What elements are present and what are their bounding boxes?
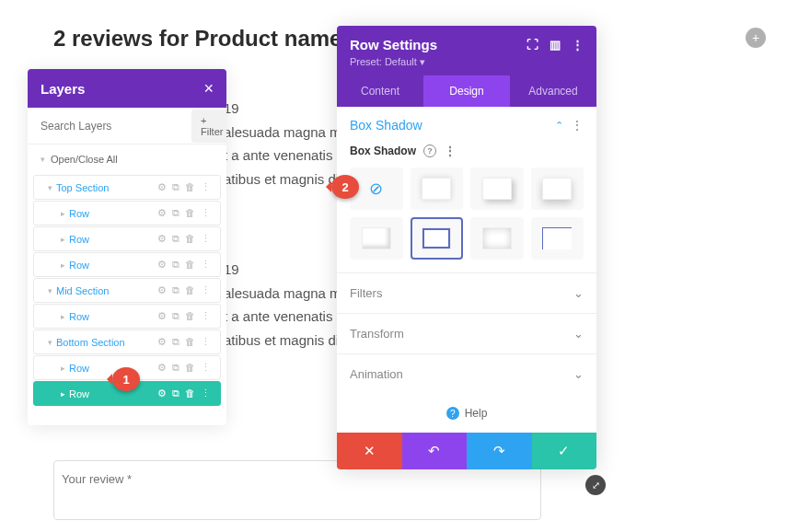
dots-icon[interactable]: ⋮ [572,38,584,52]
shadow-option-selected[interactable] [411,217,464,260]
add-button[interactable]: + [746,28,766,48]
transform-section[interactable]: Transform⌄ [337,313,596,353]
dots-icon[interactable]: ⋮ [201,181,211,193]
animation-section[interactable]: Animation⌄ [337,353,596,394]
trash-icon[interactable]: 🗑 [185,387,195,399]
dots-icon[interactable]: ⋮ [201,207,211,219]
row-label: Row [69,363,157,374]
trash-icon[interactable]: 🗑 [185,362,195,374]
trash-icon[interactable]: 🗑 [185,207,195,219]
duplicate-icon[interactable]: ⧉ [172,336,179,348]
transform-label: Transform [350,327,573,341]
duplicate-icon[interactable]: ⧉ [172,259,179,271]
layer-row[interactable]: ▸Row⚙⧉🗑⋮ [33,201,221,226]
help-row[interactable]: ? Help [337,394,596,433]
action-bar: ✕ ↶ ↷ ✓ [337,433,596,469]
bs-label-text: Box Shadow [350,145,416,157]
caret-icon: ▾ [43,286,56,295]
duplicate-icon[interactable]: ⧉ [172,207,179,219]
dots-icon[interactable]: ⋮ [444,144,457,158]
caret-icon: ▸ [56,312,69,321]
layer-row[interactable]: ▸Row⚙⧉🗑⋮ [33,252,221,277]
filter-button[interactable]: + Filter [191,110,226,143]
layers-title: Layers [40,81,203,97]
columns-icon[interactable]: ▥ [550,38,561,52]
expand-icon[interactable]: ⛶ [526,38,538,52]
section-top[interactable]: ▾Top Section⚙⧉🗑⋮ [33,175,221,200]
tab-design[interactable]: Design [423,75,510,107]
duplicate-icon[interactable]: ⧉ [172,310,179,322]
shadow-option[interactable] [350,217,403,260]
close-icon[interactable]: × [203,79,214,98]
review-input[interactable] [62,472,533,486]
layers-header: Layers × [28,69,226,108]
section-label: Mid Section [56,285,157,296]
dots-icon[interactable]: ⋮ [571,118,584,133]
dots-icon[interactable]: ⋮ [201,233,211,245]
dots-icon[interactable]: ⋮ [201,259,211,271]
resize-handle[interactable]: ⤢ [585,475,606,495]
duplicate-icon[interactable]: ⧉ [172,387,179,399]
caret-icon: ▸ [56,235,69,244]
shadow-option[interactable] [411,168,464,210]
help-icon[interactable]: ? [423,145,436,157]
save-button[interactable]: ✓ [532,433,597,469]
shadow-option[interactable] [470,217,524,260]
gear-icon[interactable]: ⚙ [157,387,167,399]
chevron-down-icon: ⌄ [573,367,584,381]
trash-icon[interactable]: 🗑 [185,284,195,296]
section-mid[interactable]: ▾Mid Section⚙⧉🗑⋮ [33,278,221,303]
layer-row[interactable]: ▸Row⚙⧉🗑⋮ [33,226,221,251]
bs-title: Box Shadow [350,118,555,133]
gear-icon[interactable]: ⚙ [157,362,167,374]
duplicate-icon[interactable]: ⧉ [172,181,179,193]
bg-date: 19 [224,97,341,121]
dots-icon[interactable]: ⋮ [201,310,211,322]
shadow-option[interactable] [531,168,584,210]
section-bottom[interactable]: ▾Bottom Section⚙⧉🗑⋮ [33,330,221,354]
trash-icon[interactable]: 🗑 [185,259,195,271]
preset-label[interactable]: Preset: Default ▾ [350,56,584,68]
duplicate-icon[interactable]: ⧉ [172,284,179,296]
bg-text-2: 19 alesuada magna m t a ante venenatis a… [224,258,341,352]
trash-icon[interactable]: 🗑 [185,336,195,348]
dots-icon[interactable]: ⋮ [201,284,211,296]
dots-icon[interactable]: ⋮ [201,336,211,348]
bg-line: alesuada magna m [224,121,341,145]
trash-icon[interactable]: 🗑 [185,310,195,322]
row-label: Row [69,234,157,245]
bg-line: t a ante venenatis [224,305,341,329]
dots-icon[interactable]: ⋮ [201,387,211,399]
search-input[interactable] [28,120,191,133]
help-icon: ? [446,407,459,420]
tab-advanced[interactable]: Advanced [510,75,596,107]
duplicate-icon[interactable]: ⧉ [172,362,179,374]
open-close-all[interactable]: ▾ Open/Close All [28,145,226,174]
tab-content[interactable]: Content [337,75,423,107]
gear-icon[interactable]: ⚙ [157,233,167,245]
box-shadow-header[interactable]: Box Shadow ⌃ ⋮ [337,107,596,144]
chevron-down-icon: ⌄ [573,327,584,341]
duplicate-icon[interactable]: ⧉ [172,233,179,245]
gear-icon[interactable]: ⚙ [157,181,167,193]
gear-icon[interactable]: ⚙ [157,259,167,271]
row-settings-panel: Row Settings ⛶ ▥ ⋮ Preset: Default ▾ Con… [337,26,596,469]
trash-icon[interactable]: 🗑 [185,233,195,245]
marker-1: 1 [112,367,140,391]
filters-section[interactable]: Filters⌄ [337,272,596,313]
redo-button[interactable]: ↷ [467,433,532,469]
undo-button[interactable]: ↶ [402,433,468,469]
bg-line: t a ante venenatis [224,144,341,168]
oc-label: Open/Close All [51,154,118,165]
gear-icon[interactable]: ⚙ [157,336,167,348]
gear-icon[interactable]: ⚙ [157,310,167,322]
layer-row[interactable]: ▸Row⚙⧉🗑⋮ [33,304,221,329]
trash-icon[interactable]: 🗑 [185,181,195,193]
dots-icon[interactable]: ⋮ [201,362,211,374]
row-label: Row [69,388,157,399]
shadow-option[interactable] [531,217,584,260]
cancel-button[interactable]: ✕ [337,433,402,469]
gear-icon[interactable]: ⚙ [157,207,167,219]
gear-icon[interactable]: ⚙ [157,284,167,296]
shadow-option[interactable] [470,168,524,210]
